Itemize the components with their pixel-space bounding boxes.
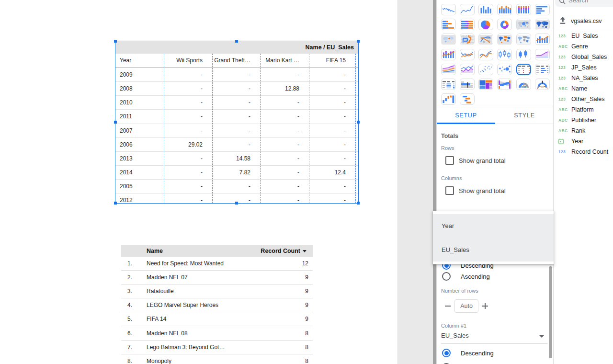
workspace-gutter: [397, 0, 433, 364]
pivot-column-resize-guide[interactable]: [355, 54, 356, 203]
chart-type-choropleth-map-icon[interactable]: [497, 34, 512, 45]
chart-type-geo-filled-map-icon[interactable]: [535, 19, 550, 30]
selection-handle[interactable]: [235, 40, 238, 43]
field-name: NA_Sales: [571, 74, 598, 82]
sort-field-dropdown: Year EU_Sales: [433, 211, 554, 264]
chart-type-geo-bubble-map-icon[interactable]: [516, 19, 531, 30]
table-chart[interactable]: Name Record Count 1.Need for Speed: Most…: [121, 245, 313, 364]
pivot-column-header: FIFA 15: [309, 54, 358, 67]
increment-icon[interactable]: [482, 303, 488, 309]
decrement-icon[interactable]: [445, 306, 451, 307]
totals-heading: Totals: [441, 133, 458, 139]
chart-type-smoothed-line-chart-icon[interactable]: [478, 49, 493, 60]
pivot-row: 2010----: [115, 95, 358, 109]
selection-handle[interactable]: [357, 40, 360, 43]
chart-type-geo-heat-map-icon[interactable]: [441, 34, 456, 45]
chart-type-stacked-bar-chart-icon[interactable]: [441, 19, 456, 30]
field-row-platform[interactable]: ABCPlatform: [554, 104, 613, 115]
selection-handle[interactable]: [357, 202, 360, 205]
rows-grand-total-row: Show grand total: [445, 156, 506, 165]
field-row-genre[interactable]: ABCGenre: [554, 41, 613, 52]
chart-type-scatter-chart-icon[interactable]: [478, 64, 493, 75]
chart-type-area-line-combo-chart-icon[interactable]: [460, 64, 475, 75]
chart-type-smoothed-time-series-chart-icon[interactable]: [460, 4, 475, 15]
field-row-eu-sales[interactable]: 123EU_Sales: [554, 31, 613, 41]
dropdown-option-year[interactable]: Year: [433, 214, 554, 238]
chart-type-stacked-column-line-combo-chart-icon[interactable]: [441, 49, 456, 60]
dropdown-option-eu-sales[interactable]: EU_Sales: [433, 238, 554, 262]
chart-type-waterfall-chart-icon[interactable]: [441, 93, 456, 105]
field-row-record-count[interactable]: 123Record Count: [554, 147, 613, 157]
field-name: Platform: [571, 106, 594, 114]
chart-type-bar-chart-icon[interactable]: [535, 4, 550, 15]
chart-type-geo-area-map-icon[interactable]: [516, 34, 531, 45]
columns-grand-total-checkbox[interactable]: [445, 186, 454, 195]
field-row-other-sales[interactable]: 123Other_Sales: [554, 94, 613, 104]
chart-type-gauge-semicircle-icon[interactable]: 111K: [516, 79, 531, 90]
chart-type-time-series-chart-icon[interactable]: [441, 4, 456, 15]
chart-type-sankey-chart-icon[interactable]: [497, 79, 512, 90]
number-of-rows-label: Number of rows: [441, 288, 478, 294]
chart-type-pivot-table-icon[interactable]: [516, 64, 531, 75]
pivot-column-resize-guide[interactable]: [164, 54, 164, 203]
chart-type-stacked-column-chart-icon[interactable]: [497, 4, 512, 15]
rows-grand-total-checkbox[interactable]: [445, 156, 454, 165]
data-source-row[interactable]: vgsales.csv: [554, 14, 613, 29]
chart-type-donut-chart-icon[interactable]: [497, 19, 512, 30]
field-name: Genre: [571, 43, 588, 50]
chart-type-smoothed-area-chart-icon[interactable]: [535, 49, 550, 60]
chart-type-bullet-chart-icon[interactable]: [460, 79, 475, 90]
field-row-global-sales[interactable]: 123Global_Sales: [554, 52, 613, 62]
table-row: 1.Need for Speed: Most Wanted12: [121, 257, 313, 271]
properties-panel: 111K222.7K SETUP STYLE Totals Rows Show …: [436, 0, 553, 364]
chevron-down-icon: [539, 335, 544, 338]
field-row-name[interactable]: ABCName: [554, 83, 613, 94]
chart-type-stacked-column-100-chart-icon[interactable]: [516, 4, 531, 15]
canvas-vertical-scrollbar[interactable]: [433, 0, 436, 364]
field-row-year[interactable]: Year: [554, 136, 613, 147]
chart-type-column-line-combo-chart-icon[interactable]: [535, 34, 550, 45]
chart-type-gauge-circular-icon[interactable]: 222.7K: [535, 79, 550, 90]
field-row-publisher[interactable]: ABCPublisher: [554, 115, 613, 125]
tab-style[interactable]: STYLE: [495, 108, 554, 124]
chart-type-stacked-area-chart-icon[interactable]: [441, 64, 456, 75]
chart-type-bubble-chart-icon[interactable]: [497, 64, 512, 75]
pivot-column-resize-guide[interactable]: [260, 54, 261, 203]
chart-type-treemap-chart-icon[interactable]: [478, 79, 493, 90]
chart-type-column-chart-icon[interactable]: [478, 4, 493, 15]
chart-type-boxplot-chart-icon[interactable]: [516, 49, 531, 60]
selection-handle[interactable]: [114, 202, 117, 205]
properties-panel-scrollbar[interactable]: [549, 266, 552, 358]
number-type-icon: 123: [558, 75, 569, 81]
selection-handle[interactable]: [114, 121, 117, 124]
chart-type-stacked-bar-100-chart-icon[interactable]: [460, 19, 475, 30]
column1-descending-radio[interactable]: [442, 349, 451, 357]
pivot-column-resize-guide[interactable]: [309, 54, 309, 203]
chart-type-pie-chart-icon[interactable]: [478, 19, 493, 30]
field-row-jp-sales[interactable]: 123JP_Sales: [554, 62, 613, 73]
number-type-icon: 123: [558, 64, 569, 71]
chart-type-route-map-icon[interactable]: [460, 34, 475, 45]
selection-handle[interactable]: [114, 40, 117, 43]
table-header-metric[interactable]: Record Count: [257, 245, 313, 257]
chart-type-pivot-table-bars-icon[interactable]: [535, 64, 550, 75]
chart-type-gantt-chart-icon[interactable]: [460, 93, 475, 105]
field-row-rank[interactable]: ABCRank: [554, 125, 613, 136]
number-of-rows-value[interactable]: Auto: [454, 299, 478, 313]
pivot-column-resize-guide[interactable]: [212, 54, 213, 203]
field-name: Record Count: [571, 148, 608, 156]
chart-type-pivot-table-heatmap-icon[interactable]: [441, 79, 456, 90]
pivot-cell: -: [260, 193, 309, 203]
field-row-na-sales[interactable]: 123NA_Sales: [554, 73, 613, 83]
table-header-name[interactable]: Name: [147, 245, 257, 257]
selection-handle[interactable]: [357, 121, 360, 124]
pivot-table-chart[interactable]: Name / EU_Sales YearWii SportsGrand Thef…: [115, 41, 358, 203]
selection-handle[interactable]: [235, 202, 238, 205]
tab-setup[interactable]: SETUP: [437, 108, 495, 124]
chart-type-candlestick-chart-icon[interactable]: [497, 49, 512, 60]
chart-type-flight-path-map-icon[interactable]: [478, 34, 493, 45]
chart-type-line-chart-icon[interactable]: [460, 49, 475, 60]
column1-field-select[interactable]: EU_Sales: [441, 331, 547, 344]
sort-ascending-radio[interactable]: [442, 272, 451, 281]
table-cell-name: Madden NFL 07: [147, 271, 257, 284]
